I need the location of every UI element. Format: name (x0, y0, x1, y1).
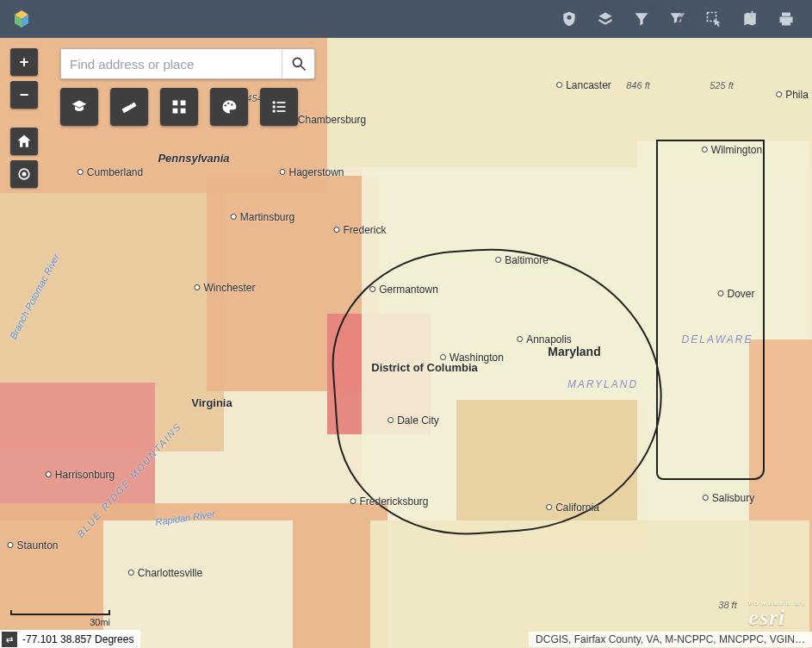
grid-icon (170, 98, 188, 115)
svg-rect-30 (277, 110, 286, 112)
svg-point-24 (231, 103, 232, 105)
city-label: Dale City (387, 414, 439, 427)
scale-label: 30mi (10, 617, 110, 627)
svg-rect-28 (277, 106, 286, 108)
svg-rect-19 (181, 101, 186, 106)
city-label: Staunton (7, 539, 58, 551)
coord-toggle-button[interactable]: ⇄ (2, 632, 17, 647)
elevation-label: 525 ft (710, 80, 734, 90)
svg-rect-26 (277, 102, 286, 103)
svg-point-11 (293, 58, 301, 66)
tool-row (60, 88, 298, 126)
locate-button[interactable] (10, 160, 38, 188)
state-cap-label: MARYLAND (567, 378, 638, 390)
city-label: Germantown (369, 284, 438, 296)
filter-icon[interactable] (624, 2, 659, 36)
svg-point-27 (273, 105, 276, 108)
city-label: Hagerstown (279, 166, 344, 178)
city-label: Baltimore (495, 254, 549, 266)
locate-icon (15, 165, 33, 183)
city-label: Phila (776, 89, 809, 101)
elevation-label: 38 ft (718, 600, 736, 610)
legend-tool[interactable] (260, 88, 298, 126)
print-icon[interactable] (769, 2, 803, 36)
top-bar-right (552, 2, 803, 36)
state-label: Virginia (191, 396, 232, 409)
city-label: Martinsburg (231, 211, 294, 223)
svg-line-14 (125, 105, 126, 107)
state-label: Maryland (548, 345, 600, 358)
city-label: Winchester (194, 282, 255, 294)
city-label: Washington (440, 352, 504, 364)
city-label: Annapolis (517, 333, 572, 346)
map-canvas[interactable]: Pennsylvania Virginia Maryland District … (0, 38, 812, 648)
svg-rect-20 (173, 109, 178, 114)
search-box (60, 48, 315, 79)
map-render-layer: Pennsylvania Virginia Maryland District … (0, 38, 812, 648)
palette-icon (220, 98, 238, 115)
city-label: California (546, 502, 599, 514)
add-map-icon[interactable] (733, 2, 767, 36)
city-label: Chambersburg (288, 114, 366, 126)
city-label: Fredericksburg (350, 495, 428, 508)
svg-rect-8 (749, 13, 755, 15)
city-label: Cumberland (77, 166, 143, 178)
list-icon (270, 98, 288, 115)
svg-point-23 (227, 103, 229, 104)
state-label: Pennsylvania (158, 152, 229, 165)
layers-icon[interactable] (588, 2, 623, 36)
coordinate-readout: ⇄ -77.101 38.857 Degrees (0, 630, 140, 648)
zoom-out-button[interactable]: − (10, 81, 38, 109)
shield-icon[interactable] (552, 2, 586, 36)
bookmark-tool[interactable] (60, 88, 98, 126)
svg-rect-18 (173, 101, 178, 106)
basemap-tool[interactable] (160, 88, 198, 126)
theme-tool[interactable] (210, 88, 248, 126)
measure-tool[interactable] (110, 88, 148, 126)
city-label: Salisbury (703, 492, 754, 504)
map-nav-column: + − (10, 48, 38, 188)
search-row (60, 48, 315, 79)
ruler-icon (121, 98, 138, 115)
zoom-in-button[interactable]: + (10, 48, 38, 76)
svg-line-15 (127, 105, 128, 107)
svg-point-25 (273, 101, 276, 103)
svg-point-10 (22, 172, 25, 175)
state-cap-label: DELAWARE (682, 333, 753, 346)
attribution-text[interactable]: DCGIS, Fairfax County, VA, M-NCPPC, MNCP… (529, 632, 812, 647)
svg-rect-13 (122, 103, 137, 114)
esri-logo: POWERED BY esri (748, 602, 807, 632)
app-logo-icon[interactable] (9, 6, 34, 32)
svg-line-12 (301, 66, 305, 71)
search-icon (290, 55, 307, 72)
elevation-label: 846 ft (626, 80, 650, 90)
filter-multi-icon[interactable] (660, 2, 695, 36)
city-label: Wilmington (702, 144, 762, 156)
graduation-icon (71, 98, 88, 115)
city-label: Harrisonburg (46, 469, 115, 481)
city-label: Dover (717, 288, 754, 300)
city-label: Charlottesville (128, 567, 202, 579)
search-input[interactable] (61, 49, 282, 78)
svg-rect-21 (181, 109, 186, 114)
coord-text: -77.101 38.857 Degrees (22, 633, 133, 645)
select-arrow-icon[interactable] (697, 2, 731, 36)
svg-point-29 (273, 109, 276, 112)
top-bar (0, 0, 812, 38)
svg-point-22 (225, 104, 226, 106)
svg-point-3 (567, 16, 572, 20)
city-label: Frederick (333, 224, 386, 236)
scale-bar: 30mi (10, 610, 110, 627)
top-bar-left (9, 6, 34, 32)
city-label: Lancaster (556, 79, 611, 91)
search-button[interactable] (282, 49, 314, 78)
home-icon (15, 133, 33, 150)
home-extent-button[interactable] (10, 128, 38, 155)
